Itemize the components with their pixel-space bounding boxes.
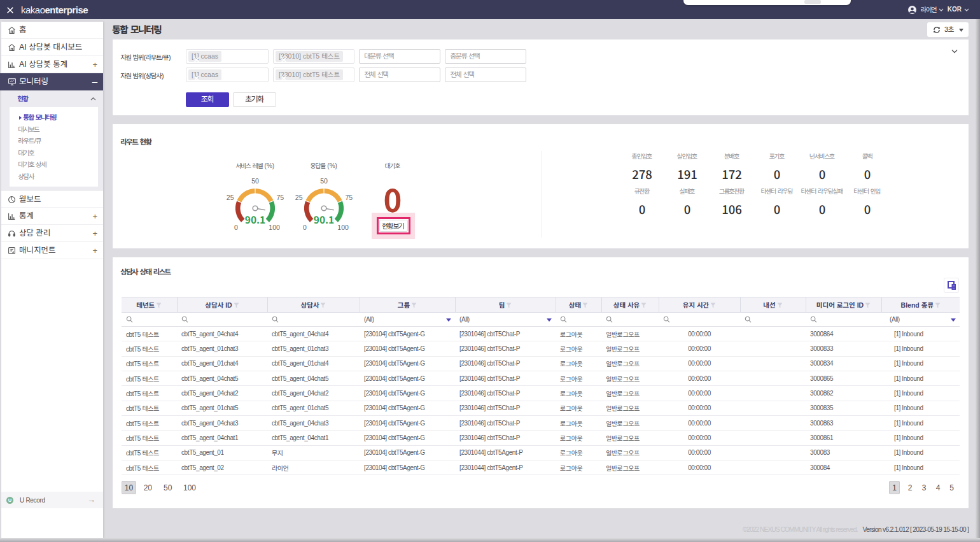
svg-text:100: 100 (337, 224, 349, 231)
svg-text:90.1: 90.1 (314, 212, 334, 226)
svg-text:50: 50 (320, 177, 328, 185)
svg-text:100: 100 (269, 224, 280, 231)
svg-text:0: 0 (303, 224, 307, 231)
svg-text:50: 50 (251, 177, 259, 185)
svg-text:0: 0 (234, 224, 238, 231)
svg-text:25: 25 (227, 194, 234, 201)
svg-text:90.1: 90.1 (245, 212, 265, 226)
svg-text:75: 75 (345, 194, 353, 201)
svg-text:25: 25 (295, 194, 303, 201)
